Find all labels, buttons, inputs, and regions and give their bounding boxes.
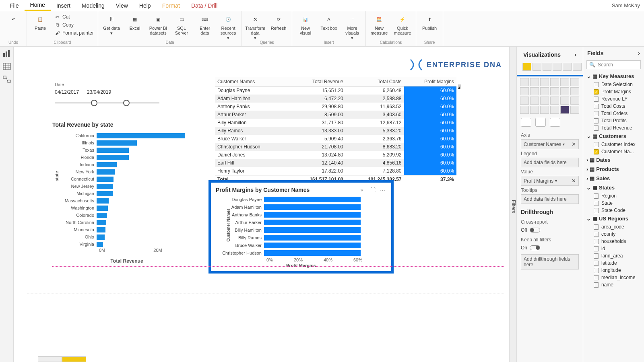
quick-measure-button[interactable]: ⚡Quick measure — [392, 12, 413, 35]
table-row[interactable]: Billy Hamilton31,717.8012,687.1260.0% — [215, 119, 456, 127]
table-row[interactable]: Earl Hill12,140.404,856.1660.0% — [215, 159, 456, 167]
viz-type-icon[interactable] — [530, 97, 539, 105]
bar-row[interactable]: Colorado — [52, 212, 201, 219]
bar-row[interactable]: New Jersey — [52, 183, 201, 190]
viz-type-icon[interactable] — [522, 63, 531, 71]
field-item[interactable]: Total Orders — [586, 110, 642, 117]
new-measure-button[interactable]: 🧮New measure — [369, 12, 389, 35]
field-item[interactable]: State — [586, 200, 642, 207]
table-row[interactable]: Anthony Banks29,908.8011,963.5260.0% — [215, 103, 456, 111]
bar-row[interactable]: Washington — [52, 204, 201, 212]
field-item[interactable]: Total Profits — [586, 117, 642, 124]
checkbox-icon[interactable] — [594, 239, 599, 244]
paste-button[interactable]: 📋Paste — [30, 12, 50, 31]
checkbox-icon[interactable] — [594, 142, 599, 147]
field-item[interactable]: Revenue LY — [586, 95, 642, 103]
chart-profit-margins[interactable]: Profit Margins by Customer Names ▿ ⛶ ⋯ C… — [208, 180, 394, 274]
remove-icon[interactable]: ✕ — [572, 141, 576, 147]
viz-type-icon[interactable] — [560, 106, 569, 114]
checkbox-icon[interactable] — [594, 193, 599, 199]
page-tab-current[interactable] — [62, 356, 86, 362]
table-header[interactable]: ⌄▦US Regions — [586, 214, 642, 223]
table-header[interactable]: ›▦Sales — [586, 174, 642, 183]
table-row[interactable]: Adam Hamilton6,472.202,588.8860.0% — [215, 95, 456, 103]
tooltips-well[interactable]: Add data fields here — [521, 194, 579, 204]
field-item[interactable]: area_code — [586, 223, 642, 230]
page-tab[interactable] — [38, 356, 62, 362]
bar-row[interactable]: Ohio — [52, 233, 201, 241]
chevron-right-icon[interactable]: › — [574, 51, 576, 58]
slider-handle-start[interactable] — [91, 100, 97, 106]
field-item[interactable]: longitude — [586, 267, 642, 274]
remove-icon[interactable]: ✕ — [572, 178, 576, 184]
bar-row[interactable]: Connecticut — [52, 175, 201, 183]
field-item[interactable]: ✓Profit Margins — [586, 88, 642, 95]
field-item[interactable]: State Code — [586, 207, 642, 214]
col-header[interactable]: Customer Names — [215, 77, 287, 86]
date-slicer[interactable]: Date 04/12/2017 23/04/2019 — [55, 82, 159, 107]
chevron-down-icon[interactable]: ▾ — [555, 179, 557, 183]
bar-row[interactable]: Arthur Parker — [216, 218, 386, 226]
fields-search[interactable]: 🔍Search — [586, 60, 641, 69]
table-header[interactable]: ⌄▦Customers — [586, 132, 642, 141]
data-view-icon[interactable] — [3, 63, 11, 70]
cross-report-toggle[interactable]: Off — [517, 226, 583, 234]
customer-table[interactable]: Customer NamesTotal RevenueTotal CostsPr… — [215, 77, 456, 183]
publish-button[interactable]: ⬆Publish — [419, 12, 440, 31]
menu-modeling[interactable]: Modeling — [76, 1, 110, 10]
checkbox-icon[interactable] — [594, 268, 599, 273]
value-well[interactable]: Profit Margins▾✕ — [521, 176, 579, 186]
viz-type-icon[interactable] — [530, 78, 539, 86]
viz-type-icon[interactable] — [550, 97, 559, 105]
menu-insert[interactable]: Insert — [51, 1, 76, 10]
table-row[interactable]: Henry Taylor17,822.007,128.8060.0% — [215, 167, 456, 175]
table-row[interactable]: Christopher Hudson21,708.008,683.2060.0% — [215, 143, 456, 151]
bar-row[interactable]: Texas — [52, 146, 201, 154]
field-item[interactable]: median_income — [586, 274, 642, 281]
viz-type-icon[interactable] — [520, 97, 529, 105]
bar-row[interactable]: Billy Ramos — [216, 234, 386, 241]
menu-datadrill[interactable]: Data / Drill — [186, 1, 223, 10]
checkbox-icon[interactable] — [594, 111, 599, 116]
viz-type-icon[interactable] — [520, 106, 529, 114]
viz-type-icon[interactable] — [520, 87, 529, 95]
checkbox-icon[interactable] — [594, 125, 599, 131]
menu-file[interactable]: File — [4, 1, 25, 10]
table-header[interactable]: ⌄▦Key Measures — [586, 72, 642, 81]
table-row[interactable]: Daniel Jones13,024.805,209.9260.0% — [215, 151, 456, 159]
keep-filters-toggle[interactable]: On — [517, 244, 583, 251]
recent-sources-button[interactable]: 🕓Recent sources▾ — [218, 12, 238, 40]
focus-mode-icon[interactable]: ⛶ — [370, 187, 377, 193]
viz-type-icon[interactable] — [533, 63, 541, 71]
bar-row[interactable]: Minnesota — [52, 226, 201, 233]
menu-view[interactable]: View — [110, 1, 134, 10]
menu-format[interactable]: Format — [157, 1, 186, 10]
checkbox-icon[interactable] — [594, 97, 599, 102]
checkbox-icon[interactable] — [594, 232, 599, 237]
field-item[interactable]: id — [586, 245, 642, 252]
checkbox-icon[interactable] — [594, 104, 599, 109]
viz-type-icon[interactable] — [530, 87, 539, 95]
chart-revenue-by-state[interactable]: Total Revenue by state state CaliforniaI… — [52, 121, 201, 264]
col-header[interactable]: Total Revenue — [287, 77, 346, 86]
date-slider[interactable] — [55, 99, 159, 107]
bar-row[interactable]: Indiana — [52, 161, 201, 168]
text-box-button[interactable]: AText box — [319, 12, 339, 31]
checkbox-icon[interactable] — [594, 82, 599, 87]
bar-row[interactable]: Michigan — [52, 190, 201, 197]
checkbox-icon[interactable] — [594, 253, 599, 259]
field-item[interactable]: Date Selection — [586, 81, 642, 88]
table-header[interactable]: ⌄▦States — [586, 183, 642, 192]
scroll-up-icon[interactable]: ▴ — [458, 84, 461, 88]
legend-well[interactable]: Add data fields here — [521, 158, 579, 167]
filters-pane-collapsed[interactable]: Filters — [510, 47, 517, 362]
axis-well[interactable]: Customer Names▾✕ — [521, 139, 579, 149]
viz-type-icon[interactable] — [550, 106, 559, 114]
field-item[interactable]: land_area — [586, 252, 642, 259]
field-item[interactable]: households — [586, 238, 642, 245]
bar-row[interactable]: Adam Hamilton — [216, 203, 386, 211]
bar-row[interactable]: Anthony Banks — [216, 211, 386, 218]
viz-type-icon[interactable] — [560, 87, 569, 95]
field-item[interactable]: Customer Index — [586, 141, 642, 148]
bar-row[interactable]: Bruce Walker — [216, 241, 386, 249]
